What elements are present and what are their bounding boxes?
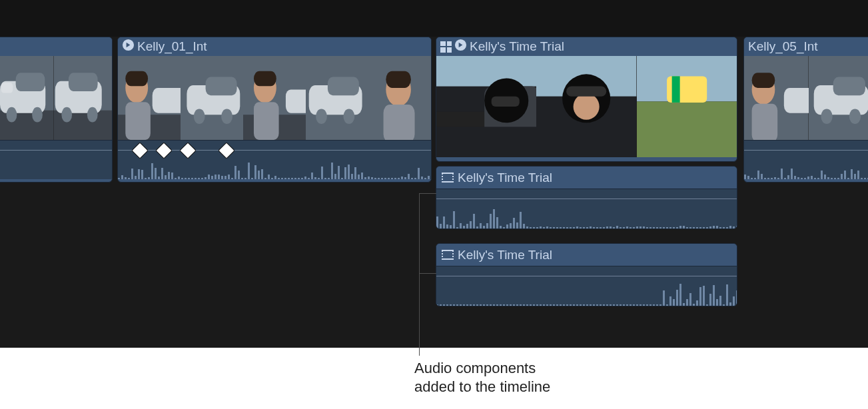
svg-rect-16 (153, 88, 181, 113)
svg-rect-58 (752, 73, 775, 88)
clip-label: Kelly_01_Int (137, 39, 207, 54)
svg-rect-19 (125, 102, 151, 140)
clip-header: Kelly_01_Int (118, 37, 431, 56)
clip-audio-lane[interactable] (0, 140, 112, 179)
timeline-panel[interactable]: Kelly_01_Int (0, 0, 868, 348)
svg-rect-77 (443, 251, 452, 258)
thumbnail (306, 56, 368, 140)
svg-rect-53 (637, 101, 737, 157)
svg-rect-81 (442, 254, 443, 256)
svg-rect-82 (442, 257, 443, 258)
clip-label: Kelly's Time Trial (470, 39, 564, 54)
svg-rect-45 (492, 97, 520, 107)
svg-rect-3 (16, 73, 45, 91)
clip-audio-lane[interactable] (118, 140, 431, 179)
svg-rect-85 (452, 257, 454, 258)
clip-header: Kelly's Time Trial (436, 37, 737, 56)
audio-waveform (118, 155, 431, 179)
annotation-text: Audio components added to the timeline (414, 359, 550, 396)
svg-rect-84 (452, 254, 454, 256)
clip-audio-lane[interactable] (436, 189, 737, 228)
svg-rect-71 (442, 177, 443, 179)
thumbnail (118, 56, 181, 140)
clip-label: Kelly_05_Int (748, 39, 818, 54)
audio-level-line[interactable] (436, 199, 737, 199)
clip-header: Kelly's Time Trial (436, 244, 737, 266)
svg-point-5 (7, 107, 17, 123)
timeline-clip[interactable]: Kelly_05_Int (743, 37, 868, 183)
svg-rect-75 (452, 180, 454, 181)
audio-waveform (744, 155, 868, 179)
svg-rect-74 (452, 177, 454, 179)
multicam-angle-icon (122, 39, 135, 55)
svg-point-34 (316, 109, 327, 124)
audio-level-line[interactable] (744, 150, 868, 151)
thumbnail (368, 56, 431, 140)
audio-waveform (436, 204, 737, 228)
svg-rect-33 (328, 77, 359, 96)
multicam-angle-icon (454, 39, 467, 55)
svg-point-50 (574, 93, 600, 120)
thumbnail (436, 56, 536, 157)
svg-rect-4 (1, 83, 13, 93)
thumbnail (54, 56, 113, 140)
svg-rect-39 (384, 105, 415, 140)
svg-rect-10 (68, 73, 97, 91)
clip-audio-lane[interactable] (744, 140, 868, 179)
svg-rect-18 (125, 71, 148, 87)
timeline-clip-compound[interactable]: Kelly's Time Trial (436, 37, 737, 162)
audio-level-line[interactable] (436, 276, 737, 276)
svg-rect-29 (254, 102, 279, 140)
thumbnail (0, 56, 54, 140)
clip-thumbnails (0, 56, 112, 140)
thumbnail (536, 56, 636, 157)
audio-component-clip[interactable]: Kelly's Time Trial (436, 243, 737, 306)
svg-rect-60 (784, 88, 809, 113)
svg-point-23 (194, 109, 205, 124)
audio-waveform (0, 155, 112, 179)
timeline-top-spacer (0, 0, 868, 37)
svg-rect-63 (833, 77, 865, 96)
annotation-line: added to the timeline (414, 378, 550, 395)
svg-rect-70 (442, 175, 443, 176)
svg-point-24 (221, 109, 232, 124)
svg-rect-72 (442, 180, 443, 181)
svg-rect-67 (443, 174, 452, 181)
svg-rect-59 (752, 104, 778, 140)
audio-component-clip[interactable]: Kelly's Time Trial (436, 166, 737, 229)
annotation-leader-line (419, 273, 436, 274)
annotation-leader-line (419, 193, 420, 356)
timeline-clip[interactable] (0, 37, 113, 183)
multicam-icon (440, 41, 452, 53)
svg-rect-55 (671, 76, 679, 103)
thumbnail (637, 56, 737, 157)
svg-rect-42 (436, 56, 536, 87)
filmstrip-icon (442, 250, 454, 260)
svg-rect-22 (206, 77, 237, 96)
svg-point-12 (87, 107, 97, 123)
thumbnail (744, 56, 809, 140)
svg-point-35 (343, 109, 354, 124)
thumbnail (243, 56, 306, 140)
timeline-clip[interactable]: Kelly_01_Int (117, 37, 432, 183)
clip-header: Kelly's Time Trial (436, 167, 737, 189)
clip-thumbnails (118, 56, 431, 140)
clip-audio-lane[interactable] (436, 266, 737, 306)
audio-waveform (436, 282, 737, 306)
svg-point-64 (821, 109, 832, 124)
svg-rect-73 (452, 175, 454, 176)
svg-rect-38 (386, 71, 411, 88)
svg-point-6 (32, 107, 43, 123)
svg-rect-83 (452, 252, 454, 253)
clip-label: Kelly's Time Trial (458, 248, 552, 262)
svg-point-65 (849, 109, 860, 124)
audio-level-line[interactable] (0, 150, 112, 151)
svg-rect-80 (442, 252, 443, 253)
clip-label: Kelly's Time Trial (458, 171, 552, 185)
thumbnail (809, 56, 869, 140)
clip-thumbnails (744, 56, 868, 140)
annotation-leader-line (419, 193, 436, 194)
clip-header (0, 37, 112, 56)
svg-rect-51 (566, 87, 606, 97)
svg-rect-28 (254, 71, 276, 87)
